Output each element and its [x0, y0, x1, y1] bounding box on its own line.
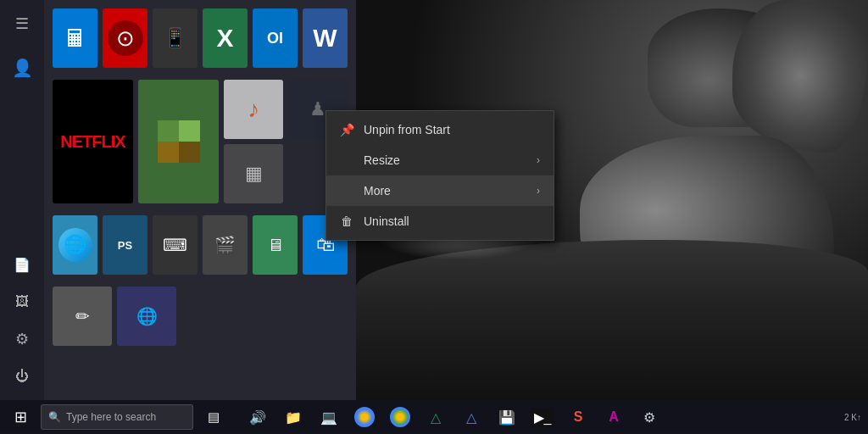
- unpin-item-left: 📌 Unpin from Start: [340, 123, 450, 136]
- tile-blue[interactable]: 🌐: [117, 287, 176, 346]
- taskbar-app-speaker[interactable]: 🔊: [241, 400, 275, 434]
- taskbar-app-artisan[interactable]: A: [597, 400, 631, 434]
- word-icon: W: [313, 24, 337, 53]
- uninstall-label: Uninstall: [364, 214, 409, 228]
- edit-icon: ✏: [75, 306, 90, 326]
- windows-logo-icon: ⊞: [14, 408, 27, 426]
- minecraft-icon: [158, 120, 200, 163]
- context-menu-item-more[interactable]: More ›: [326, 175, 554, 206]
- tiles-area: 🖩 ⊙ 📱 X Ol W NETFLIX: [44, 0, 356, 400]
- excel-icon: X: [216, 24, 233, 53]
- uninstall-item-left: 🗑 Uninstall: [340, 214, 409, 228]
- steam-icon: ♟: [309, 98, 326, 120]
- swift-icon: S: [574, 409, 583, 425]
- sidebar-bottom-icons: 📄 🖼 ⚙ ⏻: [7, 249, 37, 392]
- sidebar-user[interactable]: 👤: [7, 53, 37, 83]
- tile-media[interactable]: 🎬: [203, 215, 248, 275]
- steam2-icon: ⚙: [643, 409, 655, 426]
- tile-qr[interactable]: ▦: [224, 144, 283, 203]
- start-button[interactable]: ⊞: [3, 400, 37, 434]
- tiles-row-1: 🖩 ⊙ 📱 X Ol W: [53, 8, 348, 68]
- resize-item-left: Resize: [340, 153, 400, 167]
- taskbar: ⊞ 🔍 Type here to search ▤ 🔊 📁 💻 △ △: [0, 400, 868, 434]
- files-icon: 📁: [285, 409, 302, 426]
- more-icon: [340, 184, 353, 198]
- qr-icon: ▦: [245, 163, 263, 185]
- tile-groove[interactable]: ⊙: [103, 8, 147, 68]
- tile-nimbus[interactable]: 🌐: [53, 215, 97, 275]
- tile-netflix[interactable]: NETFLIX: [53, 80, 133, 203]
- search-icon: 🔍: [48, 411, 61, 423]
- remote-icon: 🖥: [267, 236, 284, 255]
- settings-icon: ⚙: [15, 330, 29, 348]
- tile-excel[interactable]: X: [203, 8, 248, 68]
- resize-icon: [340, 153, 353, 167]
- tile-outlook[interactable]: Ol: [253, 8, 298, 68]
- task-view-button[interactable]: ▤: [197, 400, 231, 434]
- resize-chevron-icon: ›: [537, 154, 540, 166]
- taskbar-app-chrome1[interactable]: [348, 400, 381, 434]
- rock-2: [732, 0, 868, 153]
- tile-phone[interactable]: 📱: [153, 8, 198, 68]
- cmd-icon: ⌨: [163, 235, 187, 255]
- unpin-label: Unpin from Start: [364, 123, 450, 136]
- powershell-icon: PS: [118, 239, 132, 252]
- hamburger-icon: ☰: [15, 14, 29, 33]
- nimbus-icon: 🌐: [58, 228, 92, 262]
- user-avatar-icon: 👤: [12, 58, 33, 78]
- taskbar-search[interactable]: 🔍 Type here to search: [41, 404, 193, 430]
- tiles-row-2: NETFLIX ♪ ▦ ♟: [53, 80, 348, 203]
- tile-powershell[interactable]: PS: [103, 215, 147, 275]
- sidebar-hamburger[interactable]: ☰: [7, 8, 37, 39]
- chrome2-icon: [390, 407, 410, 427]
- tile-minecraft[interactable]: [138, 80, 219, 203]
- taskbar-app-files[interactable]: 📁: [276, 400, 310, 434]
- taskbar-app-steam[interactable]: ⚙: [632, 400, 666, 434]
- outlook-icon: Ol: [267, 30, 283, 47]
- terminal-icon: ▶_: [531, 408, 555, 427]
- tile-remote[interactable]: 🖥: [253, 215, 298, 275]
- tile-calculator[interactable]: 🖩: [53, 8, 97, 68]
- more-chevron-icon: ›: [537, 185, 540, 197]
- uninstall-icon: 🗑: [340, 214, 353, 228]
- taskbar-app-chrome2[interactable]: [383, 400, 417, 434]
- context-menu-item-unpin[interactable]: 📌 Unpin from Start: [326, 114, 554, 145]
- search-placeholder-text: Type here to search: [66, 411, 156, 423]
- start-menu: ☰ 👤 📄 🖼 ⚙ ⏻ 🖩: [0, 0, 356, 400]
- sidebar-pictures[interactable]: 🖼: [7, 287, 37, 317]
- tile-word[interactable]: W: [303, 8, 348, 68]
- taskbar-app-swift[interactable]: S: [561, 400, 595, 434]
- pictures-icon: 🖼: [15, 294, 29, 309]
- calculator-icon: 🖩: [64, 25, 87, 53]
- taskbar-app-drive1[interactable]: △: [419, 400, 453, 434]
- system-tray: 2 K↑: [844, 413, 865, 422]
- water: [356, 240, 868, 400]
- sidebar: ☰ 👤 📄 🖼 ⚙ ⏻: [0, 0, 44, 400]
- context-menu-item-resize[interactable]: Resize ›: [326, 145, 554, 175]
- unpin-icon: 📌: [340, 123, 353, 136]
- more-label: More: [364, 184, 391, 198]
- speaker-icon: 🔊: [249, 409, 266, 426]
- tiles-row-4: ✏ 🌐: [53, 287, 348, 346]
- context-menu: 📌 Unpin from Start Resize › More › 🗑 Uni…: [326, 110, 554, 241]
- media-icon: 🎬: [214, 235, 236, 255]
- resize-label: Resize: [364, 153, 400, 167]
- more-item-left: More: [340, 184, 391, 198]
- taskbar-app-drive2[interactable]: △: [454, 400, 488, 434]
- taskbar-app-hdd[interactable]: 💾: [490, 400, 524, 434]
- sidebar-documents[interactable]: 📄: [7, 249, 37, 280]
- pc-icon: 💻: [320, 409, 337, 426]
- context-menu-item-uninstall[interactable]: 🗑 Uninstall: [326, 206, 554, 236]
- sidebar-power[interactable]: ⏻: [7, 361, 37, 392]
- groove-icon: ⊙: [108, 20, 143, 56]
- sidebar-settings[interactable]: ⚙: [7, 324, 37, 354]
- network-speed: 2 K↑: [844, 413, 861, 422]
- tile-itunes[interactable]: ♪: [224, 80, 283, 139]
- tiles-col-right-2: ♪ ▦: [224, 80, 283, 203]
- taskbar-app-terminal[interactable]: ▶_: [526, 400, 559, 434]
- tile-cmd[interactable]: ⌨: [153, 215, 198, 275]
- taskbar-app-pc[interactable]: 💻: [312, 400, 346, 434]
- netflix-icon: NETFLIX: [60, 132, 125, 152]
- tile-edit[interactable]: ✏: [53, 287, 112, 346]
- itunes-icon: ♪: [248, 96, 259, 123]
